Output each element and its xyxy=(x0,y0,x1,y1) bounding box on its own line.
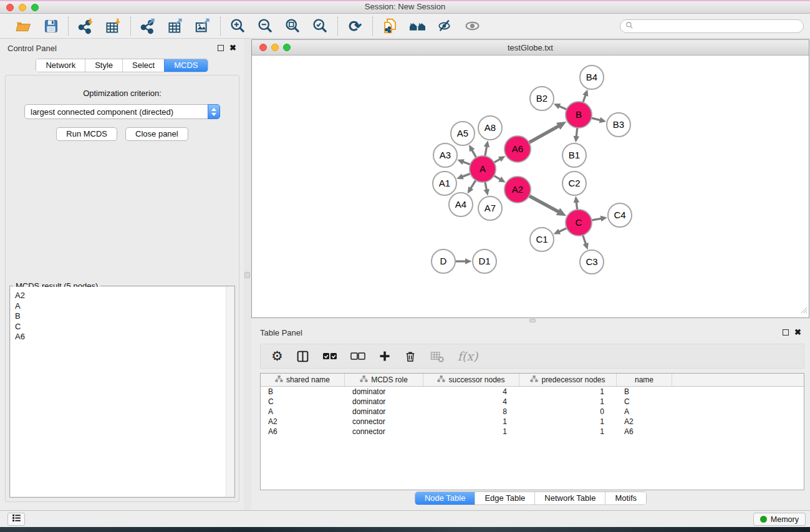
graph-node-label: A7 xyxy=(485,203,496,213)
close-table-panel-icon[interactable]: ✖ xyxy=(794,329,801,336)
function-builder-icon[interactable]: f(x) xyxy=(458,349,478,363)
mcds-result-list[interactable]: A2ABCA6 xyxy=(11,287,234,496)
resize-grip-icon[interactable] xyxy=(799,305,808,316)
open-session-icon[interactable] xyxy=(14,16,33,36)
zoom-out-icon[interactable] xyxy=(256,16,275,36)
table-row[interactable]: Cdominator41C xyxy=(261,397,804,407)
graph-node-label: A8 xyxy=(485,122,496,133)
search-field[interactable] xyxy=(620,19,804,33)
mcds-tab-content: Optimization criterion: largest connecte… xyxy=(5,75,239,502)
table-row[interactable]: Bdominator41B xyxy=(261,387,804,397)
vertical-splitter[interactable] xyxy=(244,39,251,510)
delete-column-icon[interactable] xyxy=(404,350,417,363)
show-all-icon[interactable] xyxy=(463,16,482,36)
mcds-result-item[interactable]: A2 xyxy=(15,291,234,301)
application-window: Session: New Session ⟳ Control Panel ✖ N… xyxy=(0,0,810,532)
import-table-icon[interactable] xyxy=(104,16,123,36)
table-cell: C xyxy=(261,397,345,406)
tab-network[interactable]: Network xyxy=(36,59,85,72)
criterion-dropdown[interactable]: largest connected component (directed) xyxy=(24,104,220,119)
table-row[interactable]: Adominator80A xyxy=(261,407,804,417)
column-header-MCDS-role[interactable]: MCDS role xyxy=(345,374,423,386)
first-neighbors-icon[interactable] xyxy=(408,16,427,36)
mcds-result-item[interactable]: A6 xyxy=(15,332,234,342)
add-column-icon[interactable] xyxy=(378,350,391,362)
float-table-panel-icon[interactable] xyxy=(783,329,789,336)
search-input[interactable] xyxy=(637,22,798,31)
float-panel-icon[interactable] xyxy=(218,45,224,51)
graph-edge-A2-C[interactable] xyxy=(529,196,561,213)
tab-edge-table[interactable]: Edge Table xyxy=(475,492,534,505)
tab-motifs[interactable]: Motifs xyxy=(605,492,646,505)
tab-style[interactable]: Style xyxy=(85,59,122,72)
table-settings-icon[interactable]: ⚙ xyxy=(271,349,283,363)
run-mcds-button[interactable]: Run MCDS xyxy=(56,127,117,141)
control-panel-tabs: NetworkStyleSelectMCDS xyxy=(0,59,244,72)
memory-button[interactable]: Memory xyxy=(753,513,806,526)
zoom-fit-icon[interactable] xyxy=(283,16,302,36)
table-panel: Table Panel ✖ ⚙f(x) shared nameMCDS role… xyxy=(251,323,810,510)
table-cell: 0 xyxy=(519,407,617,416)
network-window-titlebar: testGlobe.txt xyxy=(252,40,809,56)
tab-select[interactable]: Select xyxy=(122,59,164,72)
column-header-predecessor-nodes[interactable]: predecessor nodes xyxy=(519,374,617,386)
mcds-result-item[interactable]: B xyxy=(15,311,234,322)
column-visibility-icon[interactable] xyxy=(296,350,309,363)
table-cell: dominator xyxy=(345,397,423,406)
close-window-button[interactable] xyxy=(6,4,14,11)
horizontal-splitter[interactable] xyxy=(251,318,810,323)
toolbar-group xyxy=(69,16,130,36)
list-icon xyxy=(11,513,22,526)
mcds-result-item[interactable]: A xyxy=(15,301,234,312)
network-close-button[interactable] xyxy=(259,44,267,51)
hierarchy-icon xyxy=(275,375,283,385)
vertical-splitter-grip[interactable] xyxy=(244,272,250,278)
graph-node-label: D1 xyxy=(478,256,490,266)
graph-node-label: A4 xyxy=(455,199,466,210)
hide-selected-icon[interactable] xyxy=(435,16,455,36)
horizontal-splitter-grip[interactable] xyxy=(529,319,536,322)
export-table-icon[interactable] xyxy=(166,16,185,36)
close-panel-icon[interactable]: ✖ xyxy=(229,45,236,51)
node-table: shared nameMCDS rolesuccessor nodesprede… xyxy=(260,373,804,490)
tab-mcds[interactable]: MCDS xyxy=(164,59,207,72)
table-cell: A6 xyxy=(617,427,672,436)
graph-node-label: A3 xyxy=(440,150,451,160)
deselect-all-columns-icon[interactable] xyxy=(350,351,365,362)
export-network-icon[interactable] xyxy=(138,16,158,36)
graph-node-label: C1 xyxy=(536,234,547,244)
tab-node-table[interactable]: Node Table xyxy=(415,492,475,505)
network-canvas[interactable]: B4B2BB3A5A8A6A3B1AA1C2A2A4A7C4CC1C3DD1 xyxy=(253,56,808,317)
export-image-icon[interactable] xyxy=(193,16,213,36)
show-panels-button[interactable] xyxy=(7,513,25,526)
table-row[interactable]: A6connector11A6 xyxy=(261,427,804,437)
column-header-name[interactable]: name xyxy=(617,374,672,386)
table-panel-header: Table Panel ✖ xyxy=(251,323,810,342)
column-header-shared-name[interactable]: shared name xyxy=(261,374,345,386)
graph-edge-arrowhead xyxy=(599,117,606,123)
refresh-layout-icon[interactable]: ⟳ xyxy=(345,16,365,36)
result-list-scrollbar[interactable] xyxy=(226,287,234,496)
criterion-dropdown-value: largest connected component (directed) xyxy=(25,107,208,117)
minimize-window-button[interactable] xyxy=(19,4,26,11)
select-all-columns-icon[interactable] xyxy=(322,351,337,362)
zoom-window-button[interactable] xyxy=(31,4,39,11)
table-cell: A2 xyxy=(617,417,672,426)
mcds-result-item[interactable]: C xyxy=(15,322,234,332)
table-row[interactable]: A2connector11A2 xyxy=(261,417,804,427)
table-type-tabs: Node TableEdge TableNetwork TableMotifs xyxy=(251,491,810,505)
save-session-icon[interactable] xyxy=(41,16,60,36)
close-panel-button[interactable]: Close panel xyxy=(125,127,188,141)
column-header-successor-nodes[interactable]: successor nodes xyxy=(423,374,519,386)
duplicate-network-icon[interactable] xyxy=(380,16,400,36)
search-icon xyxy=(625,21,634,32)
import-network-icon[interactable] xyxy=(76,16,95,36)
tab-network-table[interactable]: Network Table xyxy=(534,492,605,505)
network-minimize-button[interactable] xyxy=(271,44,279,51)
graph-edge-arrowhead xyxy=(457,159,465,165)
zoom-selected-icon[interactable] xyxy=(311,16,330,36)
zoom-in-icon[interactable] xyxy=(228,16,248,36)
graph-edge-A6-B[interactable] xyxy=(529,125,561,143)
delete-table-icon[interactable] xyxy=(430,350,445,363)
network-zoom-button[interactable] xyxy=(283,44,291,51)
